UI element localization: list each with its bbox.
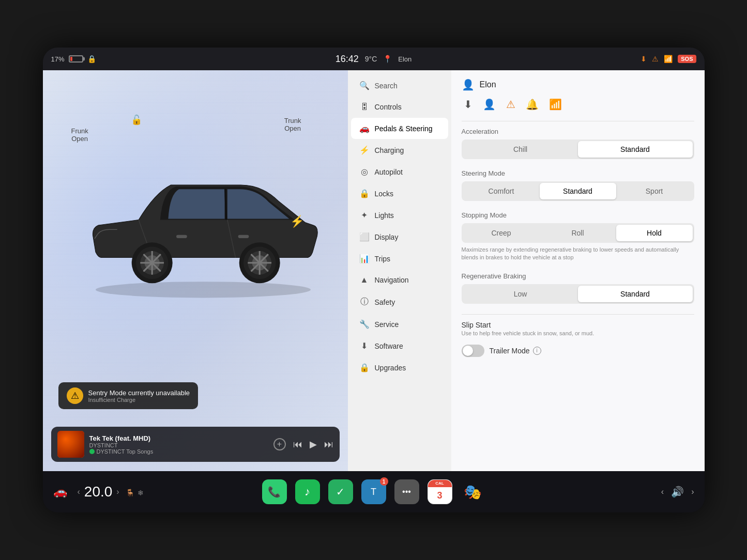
bottom-apps: 📞 ♪ ✓ T 1 ••• CAL <box>262 479 485 504</box>
controls-icon: 🎛 <box>359 102 370 112</box>
alert-status-icon[interactable]: ⚠ <box>506 98 515 111</box>
sos-button[interactable]: SOS <box>678 55 696 63</box>
steering-comfort-btn[interactable]: Comfort <box>463 183 540 199</box>
play-pause-button[interactable]: ▶ <box>310 439 317 450</box>
acceleration-chill-btn[interactable]: Chill <box>463 141 578 158</box>
clock: 16:42 <box>336 54 359 65</box>
stopping-mode-section: Stopping Mode Creep Roll Hold Maximizes … <box>462 211 694 262</box>
phone-app-button[interactable]: 📞 <box>262 479 287 504</box>
upgrades-icon: 🔒 <box>359 363 370 372</box>
temp-decrease-button[interactable]: ‹ <box>78 487 80 496</box>
search-item[interactable]: 🔍 Search <box>351 75 448 96</box>
stopping-roll-btn[interactable]: Roll <box>540 225 616 241</box>
search-icon: 🔍 <box>359 81 370 90</box>
safety-icon: ⓘ <box>359 297 370 307</box>
spotify-icon <box>89 449 95 454</box>
svg-point-0 <box>96 282 311 298</box>
bottom-right: ‹ 🔊 › <box>661 486 694 498</box>
download-icon: ⬇ <box>641 55 647 63</box>
add-to-library-button[interactable]: + <box>273 438 286 450</box>
spotify-app-button[interactable]: ♪ <box>295 479 320 504</box>
status-left: 17% 🔒 <box>51 55 96 63</box>
fan-controls: 🪑 ❄ <box>126 489 144 497</box>
fan-seat-icon: 🪑 <box>126 489 134 497</box>
telegram-app-button[interactable]: T 1 <box>361 479 386 504</box>
car-bottom-icon[interactable]: 🚗 <box>53 485 67 499</box>
status-right: ⬇ ⚠ 📶 SOS <box>641 55 696 63</box>
charging-icon: ⚡ <box>290 215 304 228</box>
tasks-app-button[interactable]: ✓ <box>328 479 353 504</box>
bell-icon[interactable]: 🔔 <box>526 98 539 111</box>
temp-increase-button[interactable]: › <box>116 487 119 496</box>
trailer-mode-toggle[interactable] <box>462 345 484 357</box>
stopping-creep-btn[interactable]: Creep <box>463 225 540 241</box>
sidebar-item-charging[interactable]: ⚡ Charging <box>351 139 448 161</box>
music-source: DYSTINCT Top Songs <box>89 448 268 455</box>
acceleration-standard-btn[interactable]: Standard <box>578 141 693 158</box>
steering-standard-btn[interactable]: Standard <box>540 183 616 199</box>
sidebar-item-safety[interactable]: ⓘ Safety <box>351 291 448 313</box>
prev-arrow[interactable]: ‹ <box>661 487 664 496</box>
sidebar-item-upgrades[interactable]: 🔒 Upgrades <box>351 357 448 378</box>
download-status-icon[interactable]: ⬇ <box>464 98 472 111</box>
check-icon: ✓ <box>336 486 345 498</box>
calendar-app-button[interactable]: CAL 3 <box>428 479 452 504</box>
left-panel: Frunk Open Trunk Open 🔓 <box>43 70 348 471</box>
sidebar-item-locks[interactable]: 🔒 Locks <box>351 183 448 204</box>
more-icon: ••• <box>402 487 411 496</box>
sidebar-item-lights[interactable]: ✦ Lights <box>351 205 448 226</box>
pedals-icon: 🚗 <box>359 123 370 133</box>
steering-mode-btn-group: Comfort Standard Sport <box>462 181 694 201</box>
trailer-mode-row: Trailer Mode i <box>462 345 694 357</box>
sidebar-item-service[interactable]: 🔧 Service <box>351 314 448 335</box>
user-name: Elon <box>480 80 496 89</box>
regen-standard-btn[interactable]: Standard <box>578 286 693 302</box>
display-icon: ⬜ <box>359 232 370 242</box>
stopping-hold-btn[interactable]: Hold <box>616 225 693 241</box>
acceleration-section: Acceleration Chill Standard <box>462 128 694 159</box>
calendar-date: 3 <box>437 487 442 504</box>
steering-sport-btn[interactable]: Sport <box>616 183 693 199</box>
trailer-mode-label: Trailer Mode i <box>490 347 541 355</box>
sidebar-item-pedals-steering[interactable]: 🚗 Pedals & Steering <box>351 118 448 139</box>
regen-braking-title: Regenerative Braking <box>462 272 694 280</box>
slip-start-section: Slip Start Use to help free vehicle stuc… <box>462 321 694 336</box>
sidebar-item-software[interactable]: ⬇ Software <box>351 335 448 356</box>
signal-icon: 📶 <box>664 55 673 63</box>
regen-low-btn[interactable]: Low <box>463 286 578 302</box>
person-icon[interactable]: 👤 <box>483 98 496 111</box>
sidebar-item-controls[interactable]: 🎛 Controls <box>351 97 448 117</box>
locks-icon: 🔒 <box>359 189 370 198</box>
phone-icon: 📞 <box>268 486 281 498</box>
lock-icon: 🔒 <box>87 55 96 63</box>
emoji-app-button[interactable]: 🎭 <box>461 479 485 504</box>
more-apps-button[interactable]: ••• <box>394 479 419 504</box>
stopping-mode-description: Maximizes range by extending regenerativ… <box>462 246 694 262</box>
sidebar-item-display[interactable]: ⬜ Display <box>351 226 448 247</box>
telegram-badge: 1 <box>380 477 388 486</box>
sidebar-item-autopilot[interactable]: ◎ Autopilot <box>351 161 448 182</box>
trailer-info-icon[interactable]: i <box>533 347 541 355</box>
battery-icon <box>69 55 83 63</box>
wifi-icon[interactable]: 📶 <box>549 98 562 111</box>
next-track-button[interactable]: ⏭ <box>324 439 333 450</box>
music-controls: + ⏮ ▶ ⏭ <box>273 438 333 450</box>
temperature-value: 20.0 <box>84 484 113 500</box>
acceleration-btn-group: Chill Standard <box>462 139 694 159</box>
navigation-icon: ▲ <box>359 275 370 285</box>
bottom-bar: 🚗 ‹ 20.0 › 🪑 ❄ 📞 ♪ <box>43 471 705 512</box>
volume-icon[interactable]: 🔊 <box>671 486 684 498</box>
prev-track-button[interactable]: ⏮ <box>293 439 302 450</box>
autopilot-icon: ◎ <box>359 167 370 177</box>
next-arrow[interactable]: › <box>691 487 694 496</box>
status-center: 16:42 9°C 📍 Elon <box>336 54 412 65</box>
spotify-app-icon: ♪ <box>304 485 310 499</box>
steering-mode-section: Steering Mode Comfort Standard Sport <box>462 169 694 201</box>
sidebar-item-navigation[interactable]: ▲ Navigation <box>351 270 448 290</box>
temperature-control: ‹ 20.0 › 🪑 ❄ <box>78 484 144 500</box>
user-header: 👤 Elon <box>462 79 694 91</box>
sidebar-item-trips[interactable]: 📊 Trips <box>351 248 448 269</box>
album-art <box>57 431 84 458</box>
music-title: Tek Tek (feat. MHD) <box>89 434 268 442</box>
stopping-mode-title: Stopping Mode <box>462 211 694 219</box>
